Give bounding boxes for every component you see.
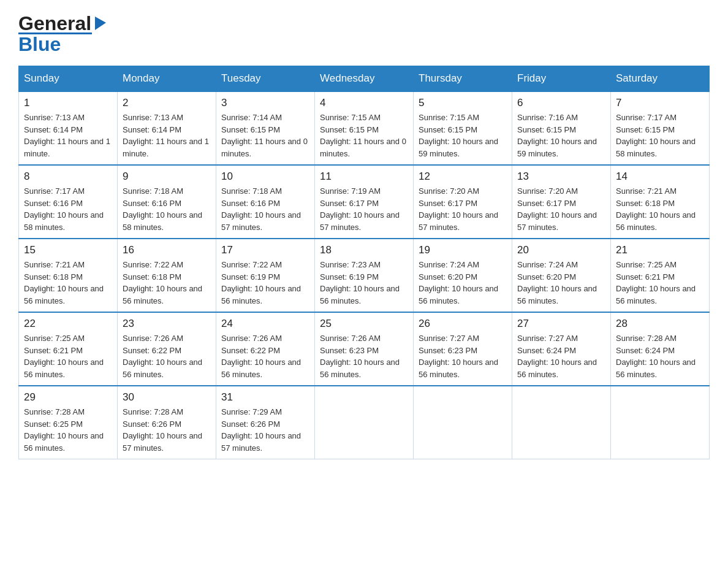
calendar-cell: 26Sunrise: 7:27 AMSunset: 6:23 PMDayligh… <box>414 312 512 386</box>
calendar-cell: 10Sunrise: 7:18 AMSunset: 6:16 PMDayligh… <box>216 165 315 239</box>
calendar-cell <box>512 386 611 459</box>
calendar-cell <box>414 386 512 459</box>
calendar-week-row: 29Sunrise: 7:28 AMSunset: 6:25 PMDayligh… <box>19 386 710 459</box>
day-info: Sunrise: 7:19 AMSunset: 6:17 PMDaylight:… <box>320 185 408 233</box>
day-info: Sunrise: 7:18 AMSunset: 6:16 PMDaylight:… <box>123 185 211 233</box>
day-number: 16 <box>123 244 211 256</box>
day-number: 9 <box>123 170 211 183</box>
day-info: Sunrise: 7:22 AMSunset: 6:19 PMDaylight:… <box>221 259 309 307</box>
calendar-cell: 19Sunrise: 7:24 AMSunset: 6:20 PMDayligh… <box>414 239 512 312</box>
day-info: Sunrise: 7:20 AMSunset: 6:17 PMDaylight:… <box>517 185 605 233</box>
calendar-cell: 6Sunrise: 7:16 AMSunset: 6:15 PMDaylight… <box>512 91 611 165</box>
logo: General Blue <box>18 12 108 56</box>
day-info: Sunrise: 7:28 AMSunset: 6:24 PMDaylight:… <box>616 332 704 380</box>
calendar-cell: 27Sunrise: 7:27 AMSunset: 6:24 PMDayligh… <box>512 312 611 386</box>
day-info: Sunrise: 7:22 AMSunset: 6:18 PMDaylight:… <box>123 259 211 307</box>
calendar-cell: 13Sunrise: 7:20 AMSunset: 6:17 PMDayligh… <box>512 165 611 239</box>
calendar-cell: 21Sunrise: 7:25 AMSunset: 6:21 PMDayligh… <box>611 239 710 312</box>
day-info: Sunrise: 7:25 AMSunset: 6:21 PMDaylight:… <box>616 259 704 307</box>
day-number: 31 <box>221 391 309 404</box>
day-info: Sunrise: 7:23 AMSunset: 6:19 PMDaylight:… <box>320 259 408 307</box>
day-number: 3 <box>221 97 309 109</box>
calendar-cell: 5Sunrise: 7:15 AMSunset: 6:15 PMDaylight… <box>414 91 512 165</box>
day-info: Sunrise: 7:13 AMSunset: 6:14 PMDaylight:… <box>123 112 211 159</box>
day-number: 2 <box>123 97 211 109</box>
day-number: 26 <box>419 318 507 330</box>
logo-triangle-icon <box>93 14 108 31</box>
day-number: 24 <box>221 318 309 330</box>
calendar-cell: 31Sunrise: 7:29 AMSunset: 6:26 PMDayligh… <box>216 386 315 459</box>
day-info: Sunrise: 7:16 AMSunset: 6:15 PMDaylight:… <box>517 112 605 159</box>
calendar-cell: 22Sunrise: 7:25 AMSunset: 6:21 PMDayligh… <box>19 312 118 386</box>
calendar-cell: 25Sunrise: 7:26 AMSunset: 6:23 PMDayligh… <box>315 312 414 386</box>
day-number: 27 <box>517 318 605 330</box>
calendar-header-monday: Monday <box>118 66 216 92</box>
day-info: Sunrise: 7:28 AMSunset: 6:25 PMDaylight:… <box>24 406 112 454</box>
calendar-header-friday: Friday <box>512 66 611 92</box>
calendar-cell: 30Sunrise: 7:28 AMSunset: 6:26 PMDayligh… <box>118 386 216 459</box>
calendar-cell: 7Sunrise: 7:17 AMSunset: 6:15 PMDaylight… <box>611 91 710 165</box>
day-number: 7 <box>616 97 704 109</box>
calendar-cell: 12Sunrise: 7:20 AMSunset: 6:17 PMDayligh… <box>414 165 512 239</box>
day-info: Sunrise: 7:13 AMSunset: 6:14 PMDaylight:… <box>24 112 112 159</box>
day-info: Sunrise: 7:26 AMSunset: 6:22 PMDaylight:… <box>221 332 309 380</box>
calendar-cell: 24Sunrise: 7:26 AMSunset: 6:22 PMDayligh… <box>216 312 315 386</box>
day-number: 6 <box>517 97 605 109</box>
day-number: 11 <box>320 170 408 183</box>
calendar-week-row: 1Sunrise: 7:13 AMSunset: 6:14 PMDaylight… <box>19 91 710 165</box>
calendar-cell: 18Sunrise: 7:23 AMSunset: 6:19 PMDayligh… <box>315 239 414 312</box>
calendar-week-row: 15Sunrise: 7:21 AMSunset: 6:18 PMDayligh… <box>19 239 710 312</box>
day-number: 13 <box>517 170 605 183</box>
day-number: 10 <box>221 170 309 183</box>
calendar-header-sunday: Sunday <box>19 66 118 92</box>
day-info: Sunrise: 7:24 AMSunset: 6:20 PMDaylight:… <box>419 259 507 307</box>
day-number: 19 <box>419 244 507 256</box>
calendar-table: SundayMondayTuesdayWednesdayThursdayFrid… <box>18 66 710 459</box>
day-number: 21 <box>616 244 704 256</box>
calendar-cell <box>315 386 414 459</box>
page-header: General Blue <box>18 12 710 56</box>
day-info: Sunrise: 7:26 AMSunset: 6:23 PMDaylight:… <box>320 332 408 380</box>
day-info: Sunrise: 7:24 AMSunset: 6:20 PMDaylight:… <box>517 259 605 307</box>
day-number: 8 <box>24 170 112 183</box>
calendar-cell: 23Sunrise: 7:26 AMSunset: 6:22 PMDayligh… <box>118 312 216 386</box>
svg-marker-0 <box>95 17 106 30</box>
day-number: 14 <box>616 170 704 183</box>
calendar-cell: 16Sunrise: 7:22 AMSunset: 6:18 PMDayligh… <box>118 239 216 312</box>
day-number: 25 <box>320 318 408 330</box>
day-number: 18 <box>320 244 408 256</box>
calendar-cell: 4Sunrise: 7:15 AMSunset: 6:15 PMDaylight… <box>315 91 414 165</box>
day-number: 23 <box>123 318 211 330</box>
day-number: 20 <box>517 244 605 256</box>
day-number: 5 <box>419 97 507 109</box>
day-number: 30 <box>123 391 211 404</box>
day-info: Sunrise: 7:27 AMSunset: 6:24 PMDaylight:… <box>517 332 605 380</box>
calendar-header-saturday: Saturday <box>611 66 710 92</box>
calendar-header-tuesday: Tuesday <box>216 66 315 92</box>
day-info: Sunrise: 7:14 AMSunset: 6:15 PMDaylight:… <box>221 112 309 159</box>
day-info: Sunrise: 7:21 AMSunset: 6:18 PMDaylight:… <box>24 259 112 307</box>
calendar-cell: 3Sunrise: 7:14 AMSunset: 6:15 PMDaylight… <box>216 91 315 165</box>
calendar-cell: 14Sunrise: 7:21 AMSunset: 6:18 PMDayligh… <box>611 165 710 239</box>
day-info: Sunrise: 7:25 AMSunset: 6:21 PMDaylight:… <box>24 332 112 380</box>
calendar-week-row: 8Sunrise: 7:17 AMSunset: 6:16 PMDaylight… <box>19 165 710 239</box>
calendar-cell: 11Sunrise: 7:19 AMSunset: 6:17 PMDayligh… <box>315 165 414 239</box>
calendar-cell: 8Sunrise: 7:17 AMSunset: 6:16 PMDaylight… <box>19 165 118 239</box>
calendar-cell: 9Sunrise: 7:18 AMSunset: 6:16 PMDaylight… <box>118 165 216 239</box>
day-info: Sunrise: 7:15 AMSunset: 6:15 PMDaylight:… <box>419 112 507 159</box>
day-number: 1 <box>24 97 112 109</box>
day-number: 22 <box>24 318 112 330</box>
logo-blue: Blue <box>18 33 61 56</box>
calendar-week-row: 22Sunrise: 7:25 AMSunset: 6:21 PMDayligh… <box>19 312 710 386</box>
day-info: Sunrise: 7:28 AMSunset: 6:26 PMDaylight:… <box>123 406 211 454</box>
calendar-cell <box>611 386 710 459</box>
day-info: Sunrise: 7:20 AMSunset: 6:17 PMDaylight:… <box>419 185 507 233</box>
calendar-cell: 15Sunrise: 7:21 AMSunset: 6:18 PMDayligh… <box>19 239 118 312</box>
logo-general: General <box>18 12 91 35</box>
day-info: Sunrise: 7:29 AMSunset: 6:26 PMDaylight:… <box>221 406 309 454</box>
day-number: 12 <box>419 170 507 183</box>
day-number: 29 <box>24 391 112 404</box>
day-info: Sunrise: 7:17 AMSunset: 6:16 PMDaylight:… <box>24 185 112 233</box>
calendar-cell: 2Sunrise: 7:13 AMSunset: 6:14 PMDaylight… <box>118 91 216 165</box>
calendar-cell: 29Sunrise: 7:28 AMSunset: 6:25 PMDayligh… <box>19 386 118 459</box>
